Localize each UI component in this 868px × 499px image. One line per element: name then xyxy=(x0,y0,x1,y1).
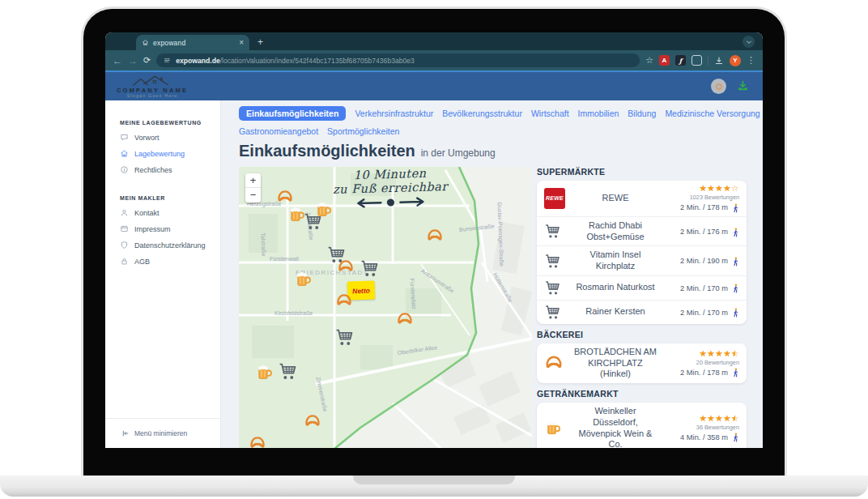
poi-name: REWE xyxy=(570,193,661,204)
company-slogan: Slogan Goes Here xyxy=(127,94,178,99)
section-title-getraenkemarkt: GETRÄNKEMARKT xyxy=(537,389,747,399)
star-rating: ☆☆☆☆☆★★★★★ xyxy=(699,349,739,358)
tab-sportmoeglichkeiten[interactable]: Sportmöglichkeiten xyxy=(327,126,399,136)
annotation-arrows-icon xyxy=(351,195,429,211)
tab-bevoelkerungsstruktur[interactable]: Bevölkerungsstruktur xyxy=(442,109,522,118)
person-icon xyxy=(120,208,129,217)
sidebar-item-agb[interactable]: AGB xyxy=(120,257,220,266)
section-title-baeckerei: BÄCKEREI xyxy=(537,330,747,339)
profile-avatar[interactable]: Y xyxy=(730,55,741,66)
map[interactable]: HerzogstraßeTalstraßeJahnstraßeFürstenwa… xyxy=(239,167,532,448)
toolbar-divider xyxy=(708,56,708,66)
poi-row[interactable]: Rosmarin Naturkost 2 Min. / 170 m xyxy=(537,275,747,300)
sidebar-section-title: MEIN MAKLER xyxy=(120,195,220,201)
page-subtitle: in der Umgebung xyxy=(421,147,496,159)
browser-tabstrip: expowand × + xyxy=(105,32,763,50)
reload-button[interactable]: ⟳ xyxy=(143,56,151,65)
tab-bildung[interactable]: Bildung xyxy=(628,109,656,118)
poi-name: Vitamin Insel Kirchplatz xyxy=(570,250,661,272)
poi-row-bakery[interactable]: BROTLÄDCHEN AM KIRCHPLATZ(Hinkel) ☆☆☆☆☆★… xyxy=(537,343,747,383)
site-settings-icon[interactable] xyxy=(164,57,171,64)
poi-row-drinks[interactable]: Weinkeller Düsseldorf,Mövenpick Wein & C… xyxy=(537,403,747,448)
distance: 4 Min. / 358 m xyxy=(680,433,739,442)
bookmark-star-icon[interactable]: ☆ xyxy=(645,55,653,66)
download-report-button[interactable] xyxy=(736,79,750,93)
new-tab-button[interactable]: + xyxy=(257,36,263,48)
review-count: 1023 Bewertungen xyxy=(661,194,739,202)
back-button[interactable]: ← xyxy=(113,56,122,66)
sidebar-item-vorwort[interactable]: Vorwort xyxy=(120,133,220,142)
sidebar-section-title: MEINE LAGEBEWERTUNG xyxy=(120,120,220,126)
poi-name: BROTLÄDCHEN AM KIRCHPLATZ(Hinkel) xyxy=(570,347,661,380)
map-annotation: 10 Minuten zu Fuß erreichbar xyxy=(313,167,467,213)
poi-row-rewe[interactable]: REWE REWE ☆☆☆☆☆★★★★★ 1023 Bewertungen 2 … xyxy=(537,181,747,216)
poi-name: Rosmarin Naturkost xyxy=(570,282,661,293)
browser-window: expowand × + ← → ⟳ expowand.de/locationV… xyxy=(105,32,763,448)
zoom-out-button[interactable]: − xyxy=(245,188,261,203)
poi-name: Rachid Dhabi Obst+Gemüse xyxy=(570,220,661,243)
zoom-in-button[interactable]: + xyxy=(245,173,261,188)
tab-immobilien[interactable]: Immobilien xyxy=(578,109,619,118)
poi-row[interactable]: Rainer Kersten 2 Min. / 170 m xyxy=(537,300,747,324)
section-title-supermaerkte: SUPERMÄRKTE xyxy=(537,167,747,177)
distance: 2 Min. / 176 m xyxy=(680,228,739,237)
home-favicon-icon xyxy=(142,39,149,46)
sidebar-item-lagebewertung[interactable]: Lagebewertung xyxy=(120,149,220,158)
star-rating: ☆☆☆☆☆★★★★★ xyxy=(699,414,739,423)
tab-medizinische-versorgung[interactable]: Medizinische Versorgung xyxy=(665,109,760,118)
tab-wirtschaft[interactable]: Wirtschaft xyxy=(531,109,569,118)
review-count: 36 Bewertungen xyxy=(661,424,739,432)
sidebar-item-kontakt[interactable]: Kontakt xyxy=(120,208,220,217)
pretzel-icon xyxy=(544,353,564,373)
tab-search-button[interactable] xyxy=(742,36,755,48)
annotation-line2: zu Fuß erreichbar xyxy=(313,179,467,197)
walking-person-icon xyxy=(732,368,739,377)
browser-tab[interactable]: expowand × xyxy=(136,35,249,50)
downloads-icon[interactable] xyxy=(714,56,724,66)
tab-verkehrsinfrastruktur[interactable]: Verkehrsinfrastruktur xyxy=(355,109,433,118)
home-icon xyxy=(120,149,129,158)
distance: 2 Min. / 170 m xyxy=(680,284,739,293)
poi-row[interactable]: Vitamin Insel Kirchplatz 2 Min. / 190 m xyxy=(537,245,747,275)
laptop-mockup: expowand × + ← → ⟳ expowand.de/locationV… xyxy=(0,0,868,499)
bakery-card: BROTLÄDCHEN AM KIRCHPLATZ(Hinkel) ☆☆☆☆☆★… xyxy=(537,343,747,383)
extensions-icon[interactable] xyxy=(691,55,702,66)
tab-close-icon[interactable]: × xyxy=(239,38,244,47)
cart-icon xyxy=(544,279,561,296)
info-icon xyxy=(120,165,129,174)
main-content: Einkaufsmöglichkeiten Verkehrsinfrastruk… xyxy=(221,100,763,448)
tab-gastronomieangebot[interactable]: Gastronomieangebot xyxy=(239,126,318,136)
pdf-extension-icon[interactable]: A xyxy=(659,55,670,66)
poi-name: Rainer Kersten xyxy=(570,306,661,318)
company-logo: COMPANY NAME Slogan Goes Here xyxy=(117,75,188,99)
download-icon xyxy=(736,79,750,93)
menu-minimize-button[interactable]: Menü minimieren xyxy=(105,418,220,448)
url-text: expowand.de/locationValuation/index/542f… xyxy=(176,57,415,65)
forward-button[interactable]: → xyxy=(128,56,138,66)
roofline-icon xyxy=(129,75,176,87)
poi-row[interactable]: Rachid Dhabi Obst+Gemüse 2 Min. / 176 m xyxy=(537,216,747,246)
supermarkets-card: REWE REWE ☆☆☆☆☆★★★★★ 1023 Bewertungen 2 … xyxy=(537,181,747,324)
chevron-down-icon xyxy=(746,39,752,45)
webpage: COMPANY NAME Slogan Goes Here MEINE LAGE… xyxy=(105,70,763,448)
star-rating: ☆☆☆☆☆★★★★★ xyxy=(699,184,739,193)
distance: 2 Min. / 178 m xyxy=(680,203,739,213)
sidebar-item-rechtliches[interactable]: Rechtliches xyxy=(120,165,220,174)
distance: 2 Min. / 170 m xyxy=(680,308,739,318)
category-tabs: Einkaufsmöglichkeiten Verkehrsinfrastruk… xyxy=(239,106,747,136)
poi-name: Weinkeller Düsseldorf,Mövenpick Wein & C… xyxy=(570,406,661,448)
review-count: 20 Bewertungen xyxy=(661,360,739,367)
walking-person-icon xyxy=(732,284,739,293)
site-header: COMPANY NAME Slogan Goes Here xyxy=(105,70,763,100)
sidebar-item-impressum[interactable]: Impressum xyxy=(120,224,220,233)
fn-extension-icon[interactable]: ƒ xyxy=(675,55,686,66)
walking-person-icon xyxy=(732,203,739,213)
browser-menu-icon[interactable]: ⋮ xyxy=(747,55,755,66)
tab-title: expowand xyxy=(153,39,235,47)
url-bar[interactable]: expowand.de/locationValuation/index/542f… xyxy=(156,53,640,67)
sidebar-item-datenschutz[interactable]: Datenschutzerklärung xyxy=(120,241,220,250)
window-icon xyxy=(120,224,129,233)
chat-icon xyxy=(120,133,129,142)
tab-einkaufsmoeglichkeiten[interactable]: Einkaufsmöglichkeiten xyxy=(239,106,346,121)
company-name: COMPANY NAME xyxy=(117,87,188,94)
